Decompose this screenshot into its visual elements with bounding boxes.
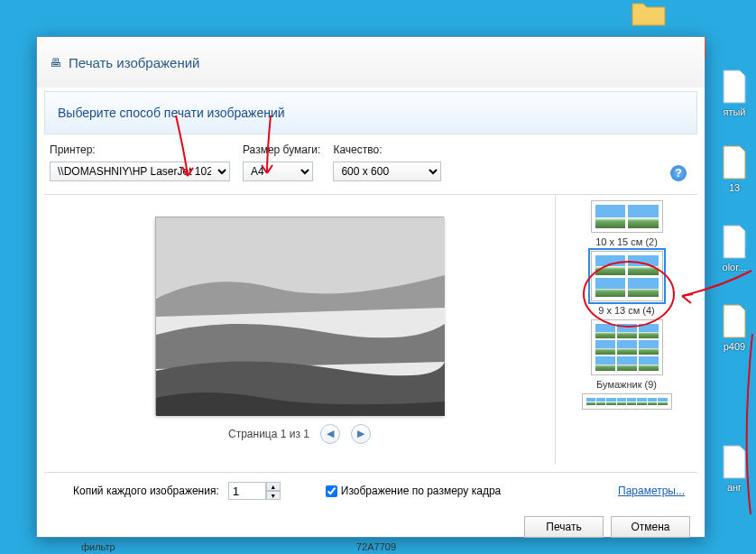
parameters-link[interactable]: Параметры... [618,485,685,497]
layout-9x13-label: 9 x 13 см (4) [591,305,663,316]
copies-input[interactable] [228,482,266,500]
desktop-file-2[interactable]: 13 [713,144,756,193]
quality-select[interactable]: 600 x 600 [333,162,441,181]
banner-text: Выберите способ печати изображений [58,106,285,120]
layout-10x15[interactable]: 10 x 15 см (2) [591,200,663,247]
print-dialog: ✕ 🖶 Печать изображений Выберите способ п… [36,36,705,538]
print-button[interactable]: Печать [524,516,604,538]
layout-9x13[interactable]: 9 x 13 см (4) [591,251,663,316]
printer-label: Принтер: [50,143,230,156]
printer-select[interactable]: \\DOMASHNIY\HP LaserJet 1020 [50,162,230,181]
preview-image [155,217,444,415]
desktop-file-1[interactable]: ятый [713,69,756,117]
copies-down-button[interactable]: ▼ [266,491,281,500]
bottom-options: Копий каждого изображения: ▲ ▼ Изображен… [44,472,697,509]
printer-icon: 🖶 [50,56,61,69]
next-page-button[interactable]: ▶ [351,424,371,444]
cancel-button[interactable]: Отмена [611,516,690,538]
paper-label: Размер бумаги: [243,143,320,156]
layout-contact-sheet[interactable] [582,393,672,413]
taskbar-right: 72A7709 [356,541,396,552]
layout-wallet[interactable]: Бумажник (9) [591,319,663,390]
desktop-file-3[interactable]: olor... [713,224,756,272]
settings-row: Принтер: \\DOMASHNIY\HP LaserJet 1020 Ра… [37,134,705,187]
help-icon[interactable]: ? [670,165,687,181]
layout-10x15-label: 10 x 15 см (2) [591,236,663,247]
desktop-file-5[interactable]: анг [713,444,756,493]
copies-up-button[interactable]: ▲ [266,482,281,491]
fit-label: Изображение по размеру кадра [341,485,501,497]
desktop-file-4[interactable]: p409 [713,303,756,352]
preview-pane: Страница 1 из 1 ◀ ▶ [44,195,555,465]
layout-list[interactable]: 10 x 15 см (2) 9 x 13 см (4) Бумажник (9… [555,195,697,465]
desktop-file-1-label: ятый [713,106,756,117]
window-title: Печать изображений [69,55,199,70]
desktop-file-3-label: olor... [713,262,756,272]
fit-checkbox[interactable] [326,485,337,497]
desktop-file-5-label: анг [713,482,756,493]
layout-wallet-label: Бумажник (9) [591,379,663,390]
paper-select[interactable]: A4 [243,162,313,181]
copies-label: Копий каждого изображения: [73,485,219,497]
titlebar: 🖶 Печать изображений [37,37,705,88]
pager: Страница 1 из 1 ◀ ▶ [228,424,371,444]
quality-label: Качество: [333,143,441,156]
pager-text: Страница 1 из 1 [228,428,309,440]
desktop-file-4-label: p409 [713,341,756,352]
taskbar-left: фильтр [81,541,115,552]
desktop-file-2-label: 13 [713,182,756,193]
instruction-banner: Выберите способ печати изображений [44,91,697,134]
prev-page-button[interactable]: ◀ [320,424,340,444]
desktop-folder[interactable] [627,0,670,29]
